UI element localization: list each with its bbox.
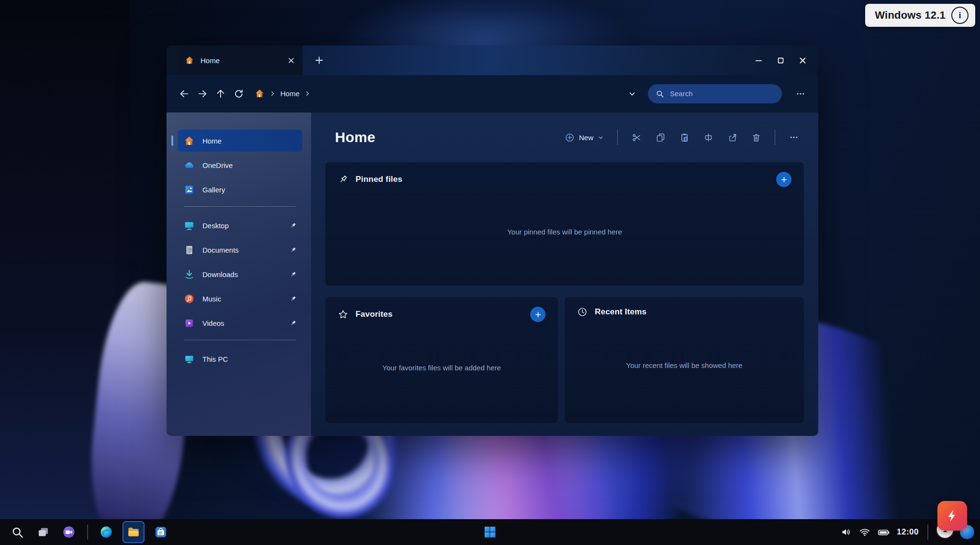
flash-overlay-icon[interactable] bbox=[937, 501, 967, 531]
edge-browser-button[interactable] bbox=[97, 522, 116, 543]
taskbar-left-group bbox=[8, 519, 170, 545]
file-explorer-window: Home bbox=[167, 45, 818, 436]
gallery-icon bbox=[184, 184, 195, 195]
sidebar-item-documents[interactable]: Documents bbox=[178, 239, 302, 261]
sidebar-item-this-pc[interactable]: This PC bbox=[178, 348, 302, 370]
delete-button[interactable] bbox=[746, 129, 766, 146]
navbar-more-button[interactable] bbox=[791, 85, 810, 103]
this-pc-icon bbox=[184, 354, 195, 365]
task-view-button[interactable] bbox=[33, 522, 53, 543]
sidebar-item-label: Videos bbox=[202, 319, 282, 327]
new-tab-button[interactable] bbox=[311, 52, 327, 68]
sidebar-item-gallery[interactable]: Gallery bbox=[178, 178, 302, 200]
sidebar: Home OneDrive Gallery bbox=[167, 112, 311, 436]
search-box[interactable] bbox=[648, 84, 782, 103]
sidebar-item-label: Documents bbox=[202, 246, 282, 254]
taskbar-clock[interactable]: 12:00 bbox=[897, 527, 919, 537]
taskbar-divider bbox=[87, 524, 88, 540]
toolbar-divider bbox=[617, 130, 618, 145]
rename-button[interactable] bbox=[698, 129, 718, 146]
add-pinned-button[interactable] bbox=[776, 172, 791, 187]
paste-button[interactable] bbox=[674, 129, 694, 146]
tab-close-icon[interactable] bbox=[288, 57, 295, 64]
chevron-right-icon bbox=[269, 90, 276, 97]
home-icon bbox=[184, 135, 195, 146]
add-favorite-button[interactable] bbox=[530, 307, 546, 322]
start-button[interactable] bbox=[480, 522, 500, 543]
refresh-button[interactable] bbox=[230, 85, 248, 103]
close-button[interactable] bbox=[794, 53, 811, 67]
desktop-icon bbox=[184, 220, 195, 231]
pin-icon[interactable] bbox=[290, 271, 297, 278]
navigation-bar: Home bbox=[167, 75, 818, 112]
taskbar-search-button[interactable] bbox=[8, 522, 27, 543]
sidebar-item-home[interactable]: Home bbox=[178, 130, 302, 152]
sidebar-item-videos[interactable]: Videos bbox=[178, 312, 302, 334]
taskbar: 12:00 1 bbox=[0, 519, 980, 545]
maximize-button[interactable] bbox=[772, 53, 789, 67]
sidebar-item-label: Home bbox=[202, 137, 297, 145]
copy-button[interactable] bbox=[650, 129, 670, 146]
sidebar-item-label: Desktop bbox=[202, 222, 282, 230]
microsoft-store-button[interactable] bbox=[151, 522, 170, 543]
forward-button[interactable] bbox=[193, 85, 212, 103]
sidebar-item-label: Gallery bbox=[202, 186, 297, 194]
chat-button[interactable] bbox=[59, 522, 78, 543]
downloads-icon bbox=[184, 269, 195, 280]
wallpaper-shape bbox=[0, 0, 129, 545]
recent-empty-text: Your recent files will be showed here bbox=[577, 317, 791, 413]
search-input[interactable] bbox=[669, 89, 762, 98]
chevron-right-icon[interactable] bbox=[304, 90, 311, 97]
sidebar-item-desktop[interactable]: Desktop bbox=[178, 214, 302, 236]
desktop: Windows 12.1 i Home bbox=[0, 0, 980, 545]
pin-icon[interactable] bbox=[290, 320, 297, 327]
music-icon bbox=[184, 293, 195, 304]
volume-icon[interactable] bbox=[841, 526, 852, 538]
sidebar-item-label: OneDrive bbox=[202, 161, 297, 169]
os-version-label: Windows 12.1 bbox=[875, 9, 946, 22]
pinned-files-header: Pinned files bbox=[338, 172, 791, 187]
file-explorer-button[interactable] bbox=[122, 521, 145, 543]
recent-items-section: Recent Items Your recent files will be s… bbox=[565, 297, 804, 423]
chevron-down-icon bbox=[598, 134, 604, 141]
pin-icon[interactable] bbox=[290, 222, 297, 229]
wifi-icon[interactable] bbox=[859, 526, 870, 538]
section-title: Pinned files bbox=[356, 175, 402, 184]
favorites-header: Favorites bbox=[338, 307, 546, 322]
window-body: Home OneDrive Gallery bbox=[167, 112, 818, 436]
titlebar: Home bbox=[167, 45, 818, 75]
share-button[interactable] bbox=[722, 129, 742, 146]
favorites-empty-text: Your favorites files will be added here bbox=[338, 322, 546, 413]
sidebar-item-label: This PC bbox=[202, 355, 297, 363]
minimize-button[interactable] bbox=[750, 53, 767, 67]
home-icon[interactable] bbox=[255, 89, 265, 99]
battery-icon[interactable] bbox=[877, 526, 890, 539]
back-button[interactable] bbox=[175, 85, 193, 103]
info-icon[interactable]: i bbox=[951, 7, 969, 24]
videos-icon bbox=[184, 318, 195, 329]
taskbar-divider bbox=[927, 524, 928, 540]
cut-button[interactable] bbox=[626, 129, 646, 146]
pin-outline-icon bbox=[338, 174, 348, 185]
breadcrumb-item-home[interactable]: Home bbox=[280, 89, 300, 98]
sidebar-item-music[interactable]: Music bbox=[178, 288, 302, 310]
pin-icon[interactable] bbox=[290, 295, 297, 302]
up-button[interactable] bbox=[212, 85, 230, 103]
address-dropdown-chevron[interactable] bbox=[623, 85, 641, 103]
tab-home[interactable]: Home bbox=[177, 45, 302, 75]
sidebar-item-onedrive[interactable]: OneDrive bbox=[178, 154, 302, 176]
sidebar-divider bbox=[184, 340, 296, 340]
os-version-badge: Windows 12.1 i bbox=[865, 4, 975, 27]
page-title: Home bbox=[335, 129, 376, 145]
search-icon bbox=[656, 89, 664, 98]
sidebar-item-downloads[interactable]: Downloads bbox=[178, 263, 302, 285]
sidebar-item-label: Music bbox=[202, 295, 282, 303]
clock-icon bbox=[577, 307, 588, 317]
star-icon bbox=[338, 309, 348, 320]
recent-items-header: Recent Items bbox=[577, 307, 791, 317]
new-button[interactable]: New bbox=[560, 129, 609, 146]
pin-icon[interactable] bbox=[290, 246, 297, 254]
plus-icon bbox=[314, 56, 324, 65]
main-pane: Home New bbox=[311, 112, 818, 436]
toolbar-more-button[interactable] bbox=[784, 129, 804, 146]
